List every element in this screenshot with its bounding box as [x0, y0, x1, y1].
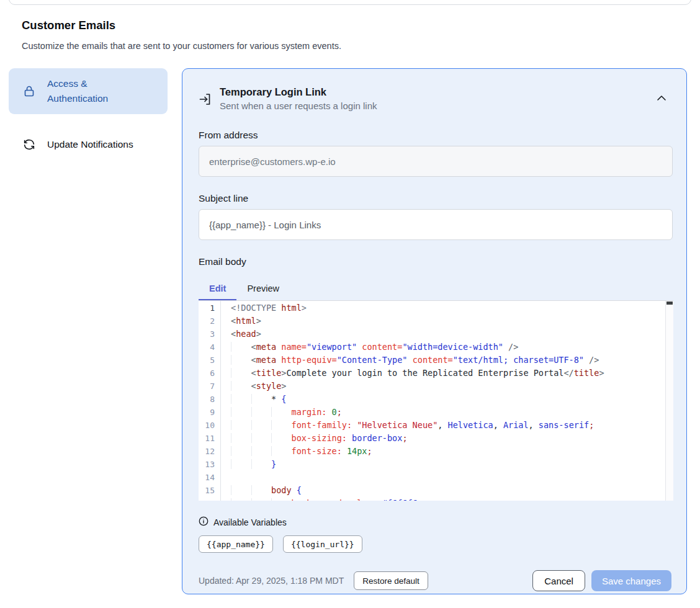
subject-line-input[interactable] [199, 209, 673, 240]
sidebar-item-label: Access & Authentication [47, 76, 134, 106]
variable-chip-login-url[interactable]: {{login_url}} [283, 535, 362, 553]
cancel-button[interactable]: Cancel [532, 570, 585, 591]
info-icon[interactable] [199, 516, 209, 529]
available-variables-row: Available Variables [199, 516, 671, 529]
updated-timestamp: Updated: Apr 29, 2025, 1:18 PM MDT [199, 576, 344, 586]
card-header: Temporary Login Link Sent when a user re… [199, 85, 671, 114]
card-header-text: Temporary Login Link Sent when a user re… [220, 85, 377, 114]
available-variables-label: Available Variables [213, 517, 287, 527]
page-title: Customer Emails [22, 19, 115, 32]
editor-scrollbar[interactable] [665, 301, 673, 501]
collapse-button[interactable] [654, 91, 669, 105]
card-footer: Updated: Apr 29, 2025, 1:18 PM MDT Resto… [199, 570, 671, 591]
from-address-input [199, 146, 673, 177]
chevron-up-icon [657, 94, 666, 103]
editor-code[interactable]: <!DOCTYPE html><html><head> <meta name="… [221, 301, 673, 501]
variable-chip-app-name[interactable]: {{app_name}} [199, 535, 273, 553]
login-icon [199, 92, 212, 107]
sidebar-item-access-authentication[interactable]: Access & Authentication [9, 68, 168, 114]
email-body-code-editor[interactable]: 12345678910111213141516 <!DOCTYPE html><… [199, 300, 673, 501]
page-subtitle: Customize the emails that are sent to yo… [22, 41, 341, 51]
refresh-icon [22, 138, 36, 151]
customer-emails-page: Customer Emails Customize the emails tha… [0, 0, 700, 608]
card-subtitle: Sent when a user requests a login link [220, 99, 377, 114]
card-title: Temporary Login Link [220, 85, 377, 99]
previous-card-bottom-edge [9, 0, 691, 5]
variable-chips: {{app_name}} {{login_url}} [199, 535, 671, 553]
from-address-label: From address [199, 130, 671, 141]
editor-scrollbar-thumb[interactable] [666, 302, 673, 305]
editor-line-numbers: 12345678910111213141516 [199, 301, 221, 501]
sidebar-item-label: Update Notifications [47, 137, 133, 152]
email-body-tabs: Edit Preview [199, 277, 671, 300]
temporary-login-link-card: Temporary Login Link Sent when a user re… [182, 68, 687, 594]
email-body-label: Email body [199, 256, 671, 267]
sidebar: Access & Authentication Update Notificat… [9, 68, 168, 160]
tab-edit[interactable]: Edit [199, 277, 236, 301]
subject-line-label: Subject line [199, 193, 671, 204]
sidebar-item-update-notifications[interactable]: Update Notifications [9, 129, 168, 160]
save-changes-button[interactable]: Save changes [591, 570, 671, 591]
restore-default-button[interactable]: Restore default [354, 571, 428, 590]
tab-preview[interactable]: Preview [236, 277, 290, 301]
lock-icon [22, 84, 36, 98]
